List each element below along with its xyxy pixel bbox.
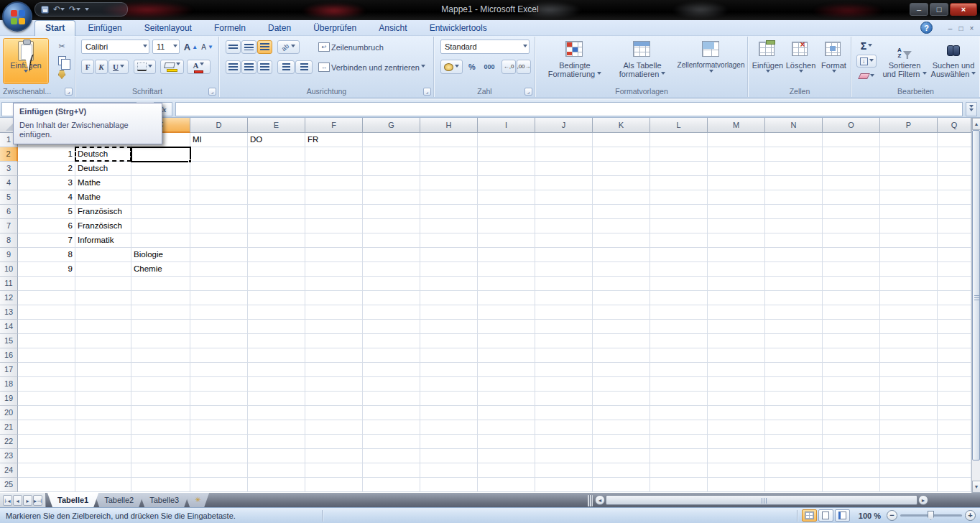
last-sheet-icon[interactable]: ▸⊣ bbox=[33, 495, 42, 506]
cell-N20[interactable] bbox=[765, 406, 823, 420]
autosum-button[interactable]: Σ bbox=[856, 40, 877, 52]
cell-C10[interactable]: Chemie bbox=[131, 262, 190, 277]
cell-C5[interactable] bbox=[131, 190, 190, 205]
wrap-text-button[interactable]: ↩Zeilenumbruch bbox=[315, 40, 387, 54]
cell-L13[interactable] bbox=[650, 305, 708, 320]
cell-M23[interactable] bbox=[708, 449, 765, 463]
cell-L10[interactable] bbox=[650, 262, 708, 277]
cell-Q6[interactable] bbox=[938, 205, 971, 219]
font-color-dropdown-icon[interactable] bbox=[200, 63, 204, 68]
cell-Q2[interactable] bbox=[938, 147, 971, 162]
cell-H6[interactable] bbox=[420, 205, 478, 219]
cell-G10[interactable] bbox=[363, 262, 420, 277]
cell-Q13[interactable] bbox=[938, 305, 971, 320]
row-header-13[interactable]: 13 bbox=[0, 305, 18, 320]
orientation-button[interactable]: ab bbox=[277, 40, 300, 54]
cell-D13[interactable] bbox=[190, 305, 248, 320]
cell-N8[interactable] bbox=[765, 233, 823, 248]
cell-O7[interactable] bbox=[823, 219, 880, 233]
cell-O15[interactable] bbox=[823, 334, 880, 348]
cell-J18[interactable] bbox=[535, 377, 593, 392]
cell-K6[interactable] bbox=[593, 205, 650, 219]
cell-K7[interactable] bbox=[593, 219, 650, 233]
column-header-D[interactable]: D bbox=[190, 118, 248, 133]
cell-E11[interactable] bbox=[248, 277, 305, 291]
cell-J22[interactable] bbox=[535, 435, 593, 449]
workbook-minimize-button[interactable]: – bbox=[945, 23, 956, 33]
cell-L9[interactable] bbox=[650, 248, 708, 262]
cell-Q7[interactable] bbox=[938, 219, 971, 233]
cell-F22[interactable] bbox=[305, 435, 363, 449]
column-header-N[interactable]: N bbox=[765, 118, 823, 133]
row-header-20[interactable]: 20 bbox=[0, 406, 18, 420]
cell-C6[interactable] bbox=[131, 205, 190, 219]
cell-J5[interactable] bbox=[535, 190, 593, 205]
cell-G23[interactable] bbox=[363, 449, 420, 463]
cell-H9[interactable] bbox=[420, 248, 478, 262]
cell-K13[interactable] bbox=[593, 305, 650, 320]
cell-F1[interactable]: FR bbox=[305, 133, 363, 147]
cell-D19[interactable] bbox=[190, 392, 248, 406]
cell-Q25[interactable] bbox=[938, 478, 971, 492]
cell-F2[interactable] bbox=[305, 147, 363, 162]
cell-B5[interactable]: Mathe bbox=[75, 190, 131, 205]
fill-button[interactable]: ↓ bbox=[856, 55, 877, 68]
cell-K23[interactable] bbox=[593, 449, 650, 463]
cell-D7[interactable] bbox=[190, 219, 248, 233]
cell-M13[interactable] bbox=[708, 305, 765, 320]
cell-L16[interactable] bbox=[650, 348, 708, 363]
cell-L1[interactable] bbox=[650, 133, 708, 147]
font-color-button[interactable]: A bbox=[187, 60, 211, 74]
cell-J25[interactable] bbox=[535, 478, 593, 492]
cell-G4[interactable] bbox=[363, 176, 420, 190]
cell-E9[interactable] bbox=[248, 248, 305, 262]
cell-I19[interactable] bbox=[478, 392, 535, 406]
cell-C9[interactable]: Biologie bbox=[131, 248, 190, 262]
cell-L7[interactable] bbox=[650, 219, 708, 233]
cell-G7[interactable] bbox=[363, 219, 420, 233]
cell-K16[interactable] bbox=[593, 348, 650, 363]
cut-button[interactable]: ✂ bbox=[53, 40, 70, 52]
chevron-down-icon[interactable] bbox=[832, 70, 836, 75]
cell-A6[interactable]: 5 bbox=[18, 205, 75, 219]
insert-cells-button[interactable]: Einfügen bbox=[752, 37, 784, 85]
cell-L19[interactable] bbox=[650, 392, 708, 406]
cell-J1[interactable] bbox=[535, 133, 593, 147]
page-layout-view-button[interactable] bbox=[818, 509, 833, 522]
borders-dropdown-icon[interactable] bbox=[148, 65, 152, 70]
cell-N3[interactable] bbox=[765, 162, 823, 176]
column-header-F[interactable]: F bbox=[305, 118, 363, 133]
row-header-9[interactable]: 9 bbox=[0, 248, 18, 262]
cell-J2[interactable] bbox=[535, 147, 593, 162]
font-name-select[interactable]: Calibri bbox=[81, 40, 149, 54]
cell-P17[interactable] bbox=[880, 363, 938, 377]
cell-E23[interactable] bbox=[248, 449, 305, 463]
cell-G16[interactable] bbox=[363, 348, 420, 363]
cell-B17[interactable] bbox=[75, 363, 131, 377]
row-header-8[interactable]: 8 bbox=[0, 233, 18, 248]
cell-A8[interactable]: 7 bbox=[18, 233, 75, 248]
cell-N13[interactable] bbox=[765, 305, 823, 320]
cell-P24[interactable] bbox=[880, 463, 938, 478]
close-button[interactable]: × bbox=[950, 3, 977, 16]
cell-K4[interactable] bbox=[593, 176, 650, 190]
cell-B4[interactable]: Mathe bbox=[75, 176, 131, 190]
cell-K10[interactable] bbox=[593, 262, 650, 277]
tab-entwicklertools[interactable]: Entwicklertools bbox=[420, 21, 497, 36]
minimize-button[interactable]: – bbox=[910, 3, 928, 16]
font-dialog-launcher-icon[interactable]: ⌟ bbox=[208, 88, 216, 96]
cell-D10[interactable] bbox=[190, 262, 248, 277]
cell-G5[interactable] bbox=[363, 190, 420, 205]
cell-P8[interactable] bbox=[880, 233, 938, 248]
restore-button[interactable]: □ bbox=[930, 3, 948, 16]
cell-F11[interactable] bbox=[305, 277, 363, 291]
cell-H23[interactable] bbox=[420, 449, 478, 463]
cell-O20[interactable] bbox=[823, 406, 880, 420]
number-format-select[interactable]: Standard bbox=[440, 40, 530, 54]
increase-indent-button[interactable] bbox=[295, 60, 313, 74]
cell-B18[interactable] bbox=[75, 377, 131, 392]
cell-K12[interactable] bbox=[593, 291, 650, 305]
cell-J17[interactable] bbox=[535, 363, 593, 377]
vertical-scrollbar-thumb[interactable] bbox=[972, 130, 980, 460]
cell-N23[interactable] bbox=[765, 449, 823, 463]
